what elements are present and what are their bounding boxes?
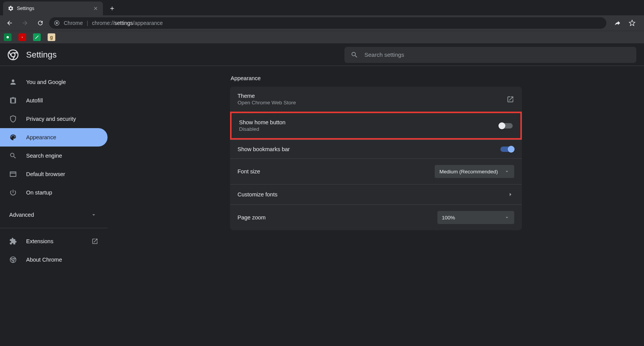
chevron-down-icon [504,215,510,220]
omnibox[interactable]: Chrome | chrome://settings/appearance [49,17,606,29]
sidebar-item-label: Appearance [26,134,56,140]
sidebar-item-label: Privacy and security [26,116,76,122]
home-button-label: Show home button [239,119,286,125]
browser-tab[interactable]: Settings [3,2,103,15]
theme-label: Theme [238,93,296,99]
bookmark-icon-4[interactable]: g [48,33,55,41]
open-external-icon [507,96,514,103]
show-home-button-row: Show home button Disabled [230,112,522,140]
search-settings-input[interactable] [364,51,630,58]
chrome-logo-icon [8,49,18,60]
content: You and Google Autofill Privacy and secu… [0,66,644,346]
main-panel: Appearance Theme Open Chrome Web Store S… [108,66,644,346]
page-zoom-value: 100% [442,215,455,221]
page-zoom-label: Page zoom [238,214,266,221]
sidebar-item-search-engine[interactable]: Search engine [0,147,108,165]
bookmark-icon-2[interactable] [18,33,26,41]
share-button[interactable] [611,16,624,30]
sidebar-item-label: Default browser [26,171,65,177]
sidebar-item-extensions[interactable]: Extensions [0,232,108,250]
sidebar: You and Google Autofill Privacy and secu… [0,66,108,346]
settings-card: Theme Open Chrome Web Store Show home bu… [230,87,522,230]
sidebar-item-appearance[interactable]: Appearance [0,128,108,147]
url-prefix: chrome:// [92,20,114,26]
search-icon [9,152,17,160]
new-tab-button[interactable] [106,2,118,15]
chrome-favicon-icon [54,20,60,26]
settings-header: Settings [0,44,644,66]
open-external-icon [91,238,98,245]
chevron-down-icon [504,169,510,174]
browser-toolbar: Chrome | chrome://settings/appearance [0,15,644,31]
svg-point-1 [56,22,58,24]
svg-point-2 [7,36,9,38]
sidebar-item-you-and-google[interactable]: You and Google [0,73,108,91]
sidebar-item-privacy[interactable]: Privacy and security [0,110,108,128]
forward-button[interactable] [18,16,31,30]
tab-title: Settings [17,6,34,11]
shield-icon [9,115,17,123]
bookmark-icon-3[interactable] [33,33,41,41]
sidebar-advanced-toggle[interactable]: Advanced [0,206,108,224]
font-size-select[interactable]: Medium (Recommended) [435,165,514,178]
sidebar-item-label: You and Google [26,79,66,85]
bookmark-star-button[interactable] [626,16,639,30]
sidebar-item-label: Autofill [26,97,43,104]
tab-strip: Settings [0,0,644,15]
search-settings[interactable] [344,47,636,63]
customize-fonts-label: Customize fonts [238,191,278,198]
bookmarks-bar-label: Show bookmarks bar [238,146,290,152]
divider [0,228,108,228]
search-icon [351,51,358,59]
back-button[interactable] [3,16,16,30]
browser-icon [9,170,17,178]
chevron-right-icon [507,191,514,198]
section-title: Appearance [231,75,522,81]
page-title: Settings [26,50,57,60]
chevron-down-icon [91,212,97,218]
page-zoom-row: Page zoom 100% [230,204,522,230]
customize-fonts-row[interactable]: Customize fonts [230,184,522,204]
font-size-value: Medium (Recommended) [439,169,498,175]
palette-icon [9,133,17,141]
home-button-sublabel: Disabled [239,126,286,132]
reload-button[interactable] [34,16,47,30]
person-icon [9,78,17,86]
url-strong: settings [114,20,133,26]
sidebar-item-default-browser[interactable]: Default browser [0,165,108,183]
gear-icon [8,5,14,12]
bookmarks-bar-toggle[interactable] [500,147,514,152]
theme-sublabel: Open Chrome Web Store [238,100,296,105]
bookmark-icon-1[interactable] [4,33,12,41]
sidebar-item-label: On startup [26,189,52,196]
font-size-row: Font size Medium (Recommended) [230,158,522,184]
bookmarks-bar: g [0,31,644,44]
close-icon[interactable] [93,6,98,11]
sidebar-item-label: Search engine [26,153,62,159]
url-suffix: /appearance [133,20,163,26]
url-host: Chrome [64,20,83,26]
home-button-toggle[interactable] [499,123,513,129]
advanced-label: Advanced [9,212,34,218]
sidebar-item-on-startup[interactable]: On startup [0,183,108,202]
show-bookmarks-bar-row: Show bookmarks bar [230,140,522,158]
page-zoom-select[interactable]: 100% [437,211,514,224]
sidebar-item-label: About Chrome [26,257,62,263]
clipboard-icon [9,97,17,104]
font-size-label: Font size [238,168,260,175]
puzzle-icon [9,237,17,245]
sidebar-item-autofill[interactable]: Autofill [0,91,108,110]
theme-row[interactable]: Theme Open Chrome Web Store [230,87,522,112]
chrome-icon [9,256,17,264]
sidebar-item-label: Extensions [26,238,53,244]
power-icon [9,189,17,196]
sidebar-item-about-chrome[interactable]: About Chrome [0,250,108,269]
